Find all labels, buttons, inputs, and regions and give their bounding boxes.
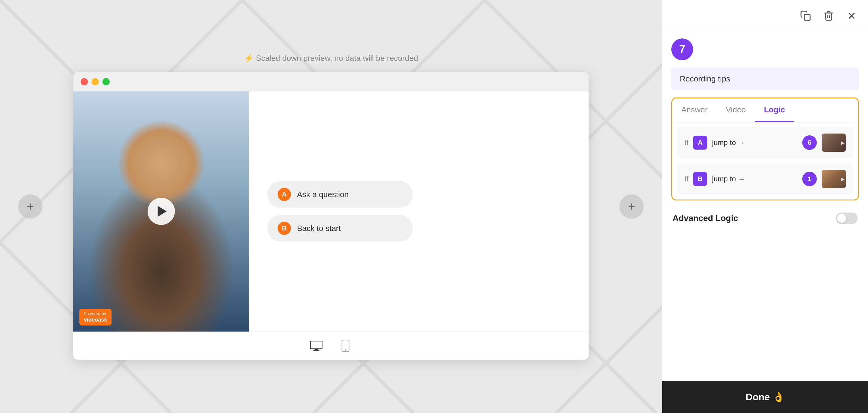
svg-point-4: [345, 349, 346, 351]
tab-logic[interactable]: Logic: [755, 98, 794, 122]
choice-b-label: Back to start: [297, 224, 341, 233]
jump-to-b: jump to →: [712, 175, 797, 183]
tabs: Answer Video Logic: [672, 98, 858, 122]
rule-target-badge-a: 6: [802, 135, 817, 150]
device-buttons: [73, 332, 589, 360]
svg-rect-5: [804, 14, 810, 21]
rule-thumb-b: ▶: [822, 170, 846, 188]
add-step-right-button[interactable]: +: [619, 195, 644, 218]
rule-target-badge-b: 1: [802, 172, 817, 186]
logic-panel: Answer Video Logic If A jump to → 6 ▶: [671, 98, 859, 201]
choice-b[interactable]: B Back to start: [267, 215, 413, 242]
choice-letter-a: A: [278, 188, 291, 201]
browser-window: Powered by: videoask A Ask a question B …: [73, 72, 589, 360]
notice-icon: ⚡: [244, 54, 254, 63]
canvas-area: ⚡ Scaled down preview, no data will be r…: [0, 0, 662, 413]
choice-a-label: Ask a question: [297, 190, 349, 199]
notice-text: Scaled down preview, no data will be rec…: [256, 54, 418, 63]
play-triangle-icon: [158, 206, 167, 217]
recording-tips-label: Recording tips: [680, 74, 730, 83]
if-label-b: If: [684, 175, 688, 183]
choices-section: A Ask a question B Back to start: [249, 92, 589, 332]
step-badge: 7: [671, 38, 693, 60]
tab-video[interactable]: Video: [717, 98, 755, 122]
sidebar-top-bar: [662, 0, 868, 29]
choice-a[interactable]: A Ask a question: [267, 181, 413, 208]
dot-red[interactable]: [81, 78, 88, 85]
sidebar-content: 7 Recording tips Answer Video Logic If: [662, 29, 868, 381]
rule-letter-b: B: [693, 172, 707, 186]
browser-titlebar: [73, 72, 589, 92]
svg-rect-0: [310, 341, 322, 349]
preview-notice: ⚡ Scaled down preview, no data will be r…: [244, 54, 418, 63]
add-step-left-button[interactable]: +: [18, 195, 42, 218]
if-label-a: If: [684, 138, 688, 147]
recording-tips-button[interactable]: Recording tips: [671, 68, 859, 90]
toggle-knob: [837, 214, 846, 223]
delete-button[interactable]: [821, 8, 836, 23]
dot-yellow[interactable]: [92, 78, 99, 85]
svg-rect-2: [313, 350, 319, 351]
play-button[interactable]: [148, 198, 175, 225]
dot-green[interactable]: [102, 78, 110, 85]
video-section: Powered by: videoask: [73, 92, 249, 332]
jump-to-a: jump to →: [712, 138, 797, 147]
videoask-badge: Powered by: videoask: [80, 309, 112, 325]
tab-answer[interactable]: Answer: [672, 98, 717, 122]
rule-thumb-a: ▶: [822, 134, 846, 152]
rule-letter-a: A: [693, 136, 707, 149]
close-button[interactable]: [844, 8, 859, 23]
advanced-logic-toggle[interactable]: [836, 212, 858, 224]
done-button[interactable]: Done 👌: [662, 381, 868, 413]
mobile-view-button[interactable]: [337, 339, 354, 352]
advanced-logic-row: Advanced Logic: [671, 208, 859, 229]
logic-rule-b[interactable]: If B jump to → 1 ▶: [677, 163, 853, 195]
browser-content: Powered by: videoask A Ask a question B …: [73, 92, 589, 332]
advanced-logic-label: Advanced Logic: [673, 213, 738, 223]
powered-text: Powered by:: [84, 311, 107, 316]
logic-rule-a[interactable]: If A jump to → 6 ▶: [677, 127, 853, 158]
svg-rect-1: [315, 349, 318, 350]
sidebar: 7 Recording tips Answer Video Logic If: [662, 0, 868, 413]
copy-button[interactable]: [798, 8, 813, 23]
brand-name: videoask: [84, 317, 107, 323]
desktop-view-button[interactable]: [308, 339, 325, 352]
choice-letter-b: B: [278, 221, 291, 235]
